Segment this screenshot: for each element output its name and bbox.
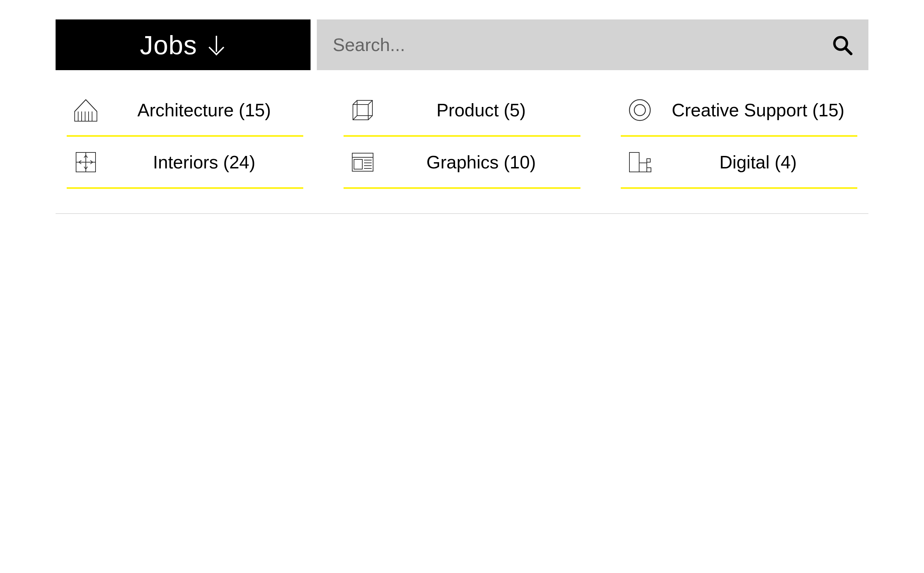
architecture-icon [67, 96, 105, 124]
svg-point-14 [634, 105, 645, 116]
category-label: Interiors (24) [105, 152, 303, 172]
category-label: Graphics (10) [382, 152, 580, 172]
down-arrow-icon [207, 34, 226, 55]
svg-rect-27 [647, 159, 650, 162]
category-label: Architecture (15) [105, 100, 303, 121]
svg-rect-28 [647, 168, 651, 172]
svg-rect-25 [630, 152, 639, 172]
category-label: Product (5) [382, 100, 580, 121]
category-creative-support[interactable]: Creative Support (15) [621, 85, 857, 137]
jobs-label: Jobs [140, 30, 197, 60]
category-digital[interactable]: Digital (4) [621, 137, 857, 189]
svg-line-11 [368, 116, 373, 120]
search-input[interactable] [333, 34, 832, 55]
svg-rect-26 [639, 163, 647, 172]
category-graphics[interactable]: Graphics (10) [343, 137, 580, 189]
jobs-dropdown-button[interactable]: Jobs [56, 19, 310, 70]
category-label: Digital (4) [659, 152, 857, 172]
category-label: Creative Support (15) [659, 100, 857, 121]
category-grid: Architecture (15) Product (5) Creative S… [56, 85, 868, 189]
graphics-icon [343, 148, 382, 176]
section-divider [56, 213, 868, 214]
digital-icon [621, 148, 659, 176]
svg-rect-20 [354, 160, 362, 169]
search-bar [317, 19, 868, 70]
svg-line-1 [846, 48, 851, 54]
svg-point-13 [630, 100, 650, 121]
search-icon[interactable] [832, 34, 852, 55]
category-product[interactable]: Product (5) [343, 85, 580, 137]
header-bar: Jobs [56, 19, 868, 70]
category-interiors[interactable]: Interiors (24) [67, 137, 303, 189]
product-icon [343, 96, 382, 124]
svg-line-10 [368, 100, 373, 105]
svg-line-12 [353, 116, 357, 120]
svg-line-9 [353, 100, 357, 105]
creative-support-icon [621, 96, 659, 124]
category-architecture[interactable]: Architecture (15) [67, 85, 303, 137]
interiors-icon [67, 148, 105, 176]
